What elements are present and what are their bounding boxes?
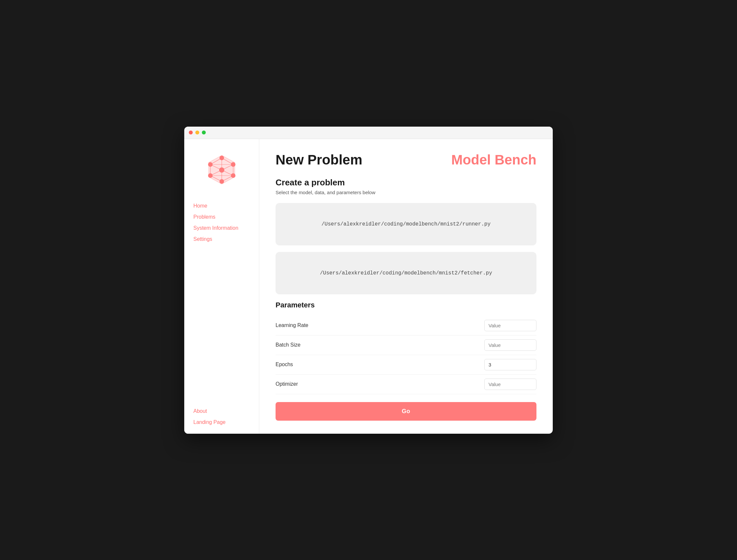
parameters-section: Parameters Learning Rate Batch Size Epoc… — [276, 301, 536, 421]
app-window: Home Problems System Information Setting… — [184, 127, 553, 434]
section-subtitle: Select the model, data, and parameters b… — [276, 190, 536, 195]
sidebar-item-system-information[interactable]: System Information — [191, 223, 253, 233]
svg-point-16 — [231, 162, 236, 167]
svg-point-20 — [208, 162, 213, 167]
logo-icon — [202, 152, 241, 191]
brand-title: Model Bench — [451, 152, 536, 168]
svg-point-18 — [220, 179, 224, 184]
sidebar-nav: Home Problems System Information Setting… — [184, 201, 259, 406]
fetcher-file-card[interactable]: /Users/alexkreidler/coding/modelbench/mn… — [276, 252, 536, 294]
go-button[interactable]: Go — [276, 402, 536, 421]
sidebar-item-settings[interactable]: Settings — [191, 234, 253, 244]
sidebar-item-about[interactable]: About — [191, 406, 253, 416]
learning-rate-label: Learning Rate — [276, 322, 309, 328]
runner-file-path: /Users/alexkreidler/coding/modelbench/mn… — [322, 221, 490, 227]
section-title: Create a problem — [276, 178, 536, 188]
fetcher-file-path: /Users/alexkreidler/coding/modelbench/mn… — [320, 270, 492, 276]
close-button[interactable] — [189, 131, 193, 134]
sidebar-item-home[interactable]: Home — [191, 201, 253, 211]
svg-point-17 — [231, 173, 236, 178]
learning-rate-input[interactable] — [484, 320, 536, 331]
runner-file-card[interactable]: /Users/alexkreidler/coding/modelbench/mn… — [276, 203, 536, 245]
batch-size-label: Batch Size — [276, 342, 300, 348]
sidebar-bottom: About Landing Page — [184, 406, 259, 427]
title-bar — [184, 127, 553, 139]
parameters-title: Parameters — [276, 301, 536, 309]
minimize-button[interactable] — [195, 131, 199, 134]
sidebar-logo — [184, 146, 259, 201]
optimizer-row: Optimizer — [276, 375, 536, 394]
optimizer-label: Optimizer — [276, 381, 298, 387]
svg-point-15 — [220, 156, 224, 160]
page-header: New Problem Model Bench — [276, 152, 536, 168]
batch-size-input[interactable] — [484, 339, 536, 351]
sidebar-item-problems[interactable]: Problems — [191, 212, 253, 222]
batch-size-row: Batch Size — [276, 335, 536, 355]
epochs-input[interactable] — [484, 359, 536, 370]
page-title: New Problem — [276, 152, 362, 168]
epochs-row: Epochs — [276, 355, 536, 375]
maximize-button[interactable] — [202, 131, 206, 134]
learning-rate-row: Learning Rate — [276, 316, 536, 335]
svg-point-19 — [208, 173, 213, 178]
sidebar: Home Problems System Information Setting… — [184, 139, 259, 434]
epochs-label: Epochs — [276, 362, 293, 367]
sidebar-item-landing-page[interactable]: Landing Page — [191, 417, 253, 427]
app-body: Home Problems System Information Setting… — [184, 139, 553, 434]
svg-point-21 — [219, 167, 224, 173]
main-content: New Problem Model Bench Create a problem… — [259, 139, 553, 434]
optimizer-input[interactable] — [484, 379, 536, 390]
